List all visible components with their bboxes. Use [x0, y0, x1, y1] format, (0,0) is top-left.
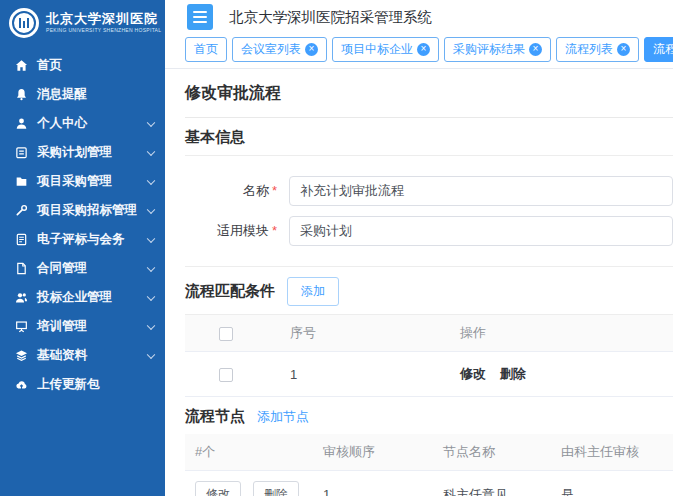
- close-icon[interactable]: [305, 43, 318, 56]
- section-match-conditions-header: 流程匹配条件 添加: [185, 267, 673, 315]
- tab-process-list[interactable]: 流程列表: [556, 37, 639, 62]
- sidebar-item-training[interactable]: 培训管理: [0, 312, 165, 341]
- form-row-module: 适用模块 采购计划: [185, 216, 673, 246]
- folder-icon: [14, 175, 28, 189]
- match-conditions-title: 流程匹配条件: [185, 282, 275, 301]
- sidebar: 北京大学深圳医院 PEKING UNIVERSITY SHENZHEN HOSP…: [0, 0, 165, 496]
- chevron-down-icon: [147, 176, 155, 184]
- sidebar-item-procurement-plan[interactable]: 采购计划管理: [0, 138, 165, 167]
- col-node-action: #个: [185, 434, 313, 471]
- condition-row: 1 修改 删除 计: [185, 352, 673, 397]
- section-flow-nodes-header: 流程节点 添加节点: [185, 397, 673, 434]
- basic-info-title: 基本信息: [185, 128, 245, 147]
- col-node-name: 节点名称: [433, 434, 551, 471]
- tab-home[interactable]: 首页: [185, 37, 227, 62]
- condition-clipped-cell: 计: [665, 352, 673, 397]
- cloud-upload-icon: [14, 378, 28, 392]
- col-index: 序号: [280, 315, 450, 352]
- sidebar-item-upload-package[interactable]: 上传更新包: [0, 370, 165, 399]
- tab-process[interactable]: 流程: [644, 37, 673, 62]
- tab-evaluation-results[interactable]: 采购评标结果: [444, 37, 551, 62]
- close-icon[interactable]: [417, 43, 430, 56]
- node-order: 1: [313, 471, 433, 496]
- node-name: 科主任意见: [433, 471, 551, 496]
- row-checkbox[interactable]: [219, 368, 233, 382]
- tab-bar: 首页 会议室列表 项目中标企业 采购评标结果 流程列表 流程: [165, 34, 673, 69]
- home-icon: [14, 59, 28, 73]
- sidebar-item-bidder-management[interactable]: 投标企业管理: [0, 283, 165, 312]
- delete-node-button[interactable]: 删除: [253, 481, 299, 496]
- col-node-order: 审核顺序: [313, 434, 433, 471]
- name-input[interactable]: 补充计划审批流程: [289, 176, 673, 206]
- tab-meeting-room-list[interactable]: 会议室列表: [232, 37, 327, 62]
- table-header-row: #个 审核顺序 节点名称 由科主任审核: [185, 434, 673, 471]
- tab-winning-companies[interactable]: 项目中标企业: [332, 37, 439, 62]
- table-header-row: 序号 操作 字: [185, 315, 673, 352]
- app-title: 北京大学深圳医院招采管理系统: [229, 8, 432, 27]
- document-icon: [14, 233, 28, 247]
- top-header: 北京大学深圳医院招采管理系统: [165, 0, 673, 34]
- contract-icon: [14, 262, 28, 276]
- close-icon[interactable]: [529, 43, 542, 56]
- section-basic-info-header: 基本信息: [185, 118, 673, 156]
- training-icon: [14, 320, 28, 334]
- layers-icon: [14, 349, 28, 363]
- node-director: 是: [551, 471, 673, 496]
- basic-info-form: 名称 补充计划审批流程 适用模块 采购计划: [185, 156, 673, 267]
- form-row-name: 名称 补充计划审批流程: [185, 176, 673, 206]
- sidebar-item-home[interactable]: 首页: [0, 51, 165, 80]
- chevron-down-icon: [147, 118, 155, 126]
- col-clipped: 字: [665, 315, 673, 352]
- node-row: 修改 删除 1 科主任意见 是: [185, 471, 673, 496]
- hospital-logo-icon: [9, 8, 39, 38]
- chevron-down-icon: [147, 292, 155, 300]
- module-select[interactable]: 采购计划: [289, 216, 673, 246]
- match-conditions-table: 序号 操作 字 1 修改 删除 计: [185, 315, 673, 397]
- user-icon: [14, 117, 28, 131]
- chevron-down-icon: [147, 147, 155, 155]
- select-all-checkbox[interactable]: [219, 327, 233, 341]
- sidebar-item-e-evaluation[interactable]: 电子评标与会务: [0, 225, 165, 254]
- edit-condition-link[interactable]: 修改: [460, 366, 486, 381]
- sidebar-menu: 首页 消息提醒 个人中心 采购计划管理 项目采购管理 项目采购招标管理: [0, 51, 165, 399]
- chevron-down-icon: [147, 234, 155, 242]
- flow-nodes-title: 流程节点: [185, 407, 245, 426]
- module-label: 适用模块: [185, 222, 289, 240]
- delete-condition-link[interactable]: 删除: [500, 366, 526, 381]
- sidebar-item-project-bidding[interactable]: 项目采购招标管理: [0, 196, 165, 225]
- chevron-down-icon: [147, 263, 155, 271]
- hospital-name-en: PEKING UNIVERSITY SHENZHEN HOSPITAL: [46, 28, 161, 34]
- chevron-down-icon: [147, 205, 155, 213]
- plan-icon: [14, 146, 28, 160]
- sidebar-item-contract[interactable]: 合同管理: [0, 254, 165, 283]
- edit-node-button[interactable]: 修改: [195, 481, 241, 496]
- sidebar-item-messages[interactable]: 消息提醒: [0, 80, 165, 109]
- sidebar-item-basic-data[interactable]: 基础资料: [0, 341, 165, 370]
- condition-index: 1: [280, 352, 450, 397]
- bell-icon: [14, 88, 28, 102]
- name-label: 名称: [185, 182, 289, 200]
- col-action: 操作: [450, 315, 665, 352]
- people-icon: [14, 291, 28, 305]
- chevron-down-icon: [147, 321, 155, 329]
- flow-nodes-table: #个 审核顺序 节点名称 由科主任审核 修改 删除 1 科主任意见 是: [185, 434, 673, 496]
- add-condition-button[interactable]: 添加: [287, 277, 339, 306]
- sidebar-item-personal-center[interactable]: 个人中心: [0, 109, 165, 138]
- chevron-down-icon: [147, 350, 155, 358]
- hamburger-menu-button[interactable]: [187, 4, 213, 30]
- sidebar-item-project-procurement[interactable]: 项目采购管理: [0, 167, 165, 196]
- add-node-link[interactable]: 添加节点: [257, 408, 309, 426]
- wrench-icon: [14, 204, 28, 218]
- page-title: 修改审批流程: [185, 81, 673, 118]
- col-node-director: 由科主任审核: [551, 434, 673, 471]
- hospital-name-cn: 北京大学深圳医院: [46, 12, 161, 26]
- main-content: 修改审批流程 基本信息 名称 补充计划审批流程 适用模块 采购计划 流程匹配条件…: [165, 69, 673, 496]
- hospital-logo: 北京大学深圳医院 PEKING UNIVERSITY SHENZHEN HOSP…: [0, 0, 165, 47]
- close-icon[interactable]: [617, 43, 630, 56]
